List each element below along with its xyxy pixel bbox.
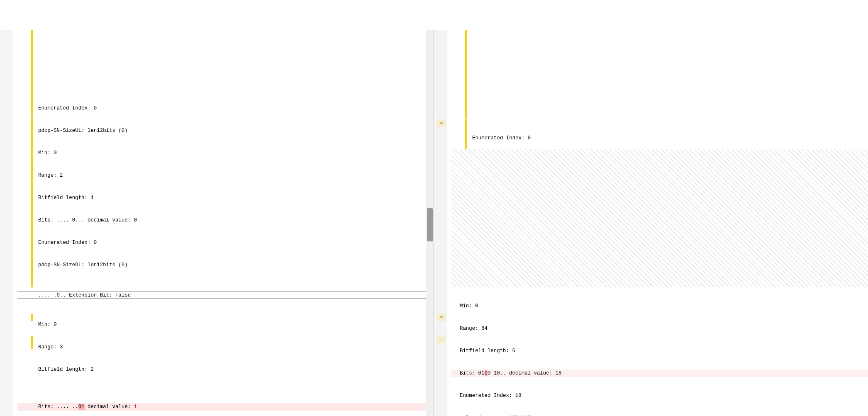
text-line: Bits: .... 0... decimal value: 0 (17, 217, 434, 224)
diff-line: Bits: 0100 10.. decimal value: 18 (451, 370, 868, 377)
marker-gutter (13, 30, 17, 416)
text-line: Min: 0 (17, 149, 434, 157)
text-line: Range: 2 (17, 172, 434, 179)
text-line: t-Reordering: ms180 (18) (451, 414, 868, 416)
change-marker (31, 314, 33, 321)
text-line: Enumerated Index: 0 (451, 134, 868, 142)
text-line: Bitfield length: 1 (17, 194, 434, 202)
right-panel: ⇦ ⇦ ⇦ Enumerated Index: 0 pdcp-SN-SizeUL… (434, 30, 868, 416)
missing-lines-filler (451, 149, 868, 287)
text-line: pdcp-SN-SizeUL: len12bits (0) (17, 127, 434, 134)
diff-line: Bits: .... ..01 decimal value: 1 (17, 403, 434, 411)
text-line: Bitfield length: 6 (451, 347, 868, 355)
sync-arrow-icon[interactable]: ⇦ (437, 314, 446, 321)
left-content[interactable]: Enumerated Index: 0 pdcp-SN-SizeUL: len1… (17, 30, 434, 416)
left-panel: Enumerated Index: 0 pdcp-SN-SizeUL: len1… (0, 30, 434, 416)
text-line: Enumerated Index: 18 (451, 392, 868, 399)
change-marker (31, 336, 33, 343)
marker-gutter (447, 30, 451, 416)
vertical-scrollbar[interactable] (426, 30, 434, 416)
text-line: Range: 3 (17, 343, 434, 351)
text-line: Bitfield length: 2 (17, 366, 434, 373)
text-line: Min: 0 (17, 321, 434, 328)
scrollbar-thumb[interactable] (427, 208, 433, 241)
text-line: Enumerated Index: 0 (17, 105, 434, 112)
line-number-gutter (434, 30, 447, 416)
right-content-lower[interactable]: Min: 0 Range: 64 Bitfield length: 6 Bits… (451, 287, 868, 416)
sync-arrow-icon[interactable]: ⇦ (437, 119, 446, 127)
text-line: pdcp-SN-SizeDL: len12bits (0) (17, 261, 434, 269)
text-line: Min: 0 (451, 302, 868, 310)
change-marker (465, 30, 467, 119)
selected-line[interactable]: .... .0.. Extension Bit: False (17, 291, 434, 299)
text-line: Enumerated Index: 0 (17, 239, 434, 246)
text-line: Range: 64 (451, 325, 868, 332)
diff-viewer: Enumerated Index: 0 pdcp-SN-SizeUL: len1… (0, 30, 868, 416)
line-number-gutter (0, 30, 13, 416)
sync-arrow-icon[interactable]: ⇦ (437, 336, 446, 343)
